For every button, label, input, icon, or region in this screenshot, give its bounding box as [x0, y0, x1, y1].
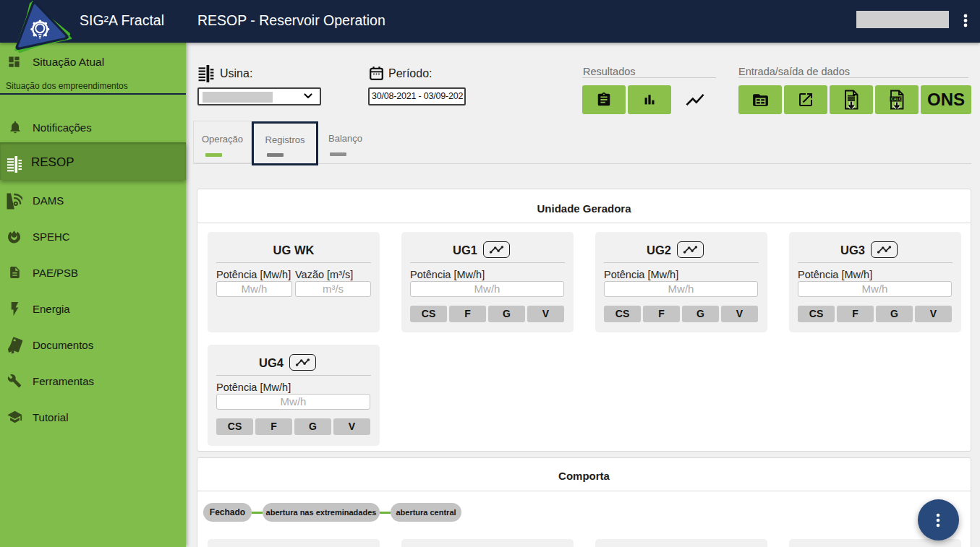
svg-text:CALC: CALC: [891, 97, 902, 101]
